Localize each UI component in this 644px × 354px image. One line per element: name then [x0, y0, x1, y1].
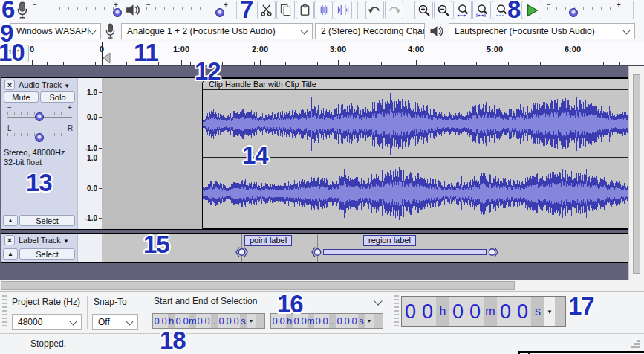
pan-slider[interactable]	[35, 133, 44, 142]
collapse-track-button[interactable]: ▲	[3, 248, 18, 260]
copy-button[interactable]	[276, 1, 295, 19]
cut-button[interactable]	[257, 1, 276, 19]
recording-channels-select[interactable]: 2 (Stereo) Recording Chann	[315, 23, 425, 39]
toolbar-separator	[236, 1, 237, 19]
vertical-scrollbar[interactable]	[628, 66, 644, 280]
clip-handle-bar[interactable]: Clip Handle Bar with Clip Title	[203, 79, 644, 90]
gain-slider[interactable]	[35, 112, 44, 121]
waveform-channel-left[interactable]	[203, 91, 644, 157]
ruler-tick	[508, 62, 509, 65]
point-label-marker-icon[interactable]	[235, 246, 248, 258]
close-track-button[interactable]: ×	[4, 235, 15, 245]
time-digit[interactable]: 0	[419, 297, 436, 326]
label-track-control-panel: × Label Track ▼ ▲ Select	[1, 234, 77, 262]
label-track-title[interactable]: Label Track ▼	[19, 236, 69, 245]
audio-track-title[interactable]: Audio Track ▼	[19, 80, 70, 89]
time-digit[interactable]: 0	[497, 297, 514, 326]
annotation-number: 13	[26, 169, 52, 197]
toolbar-grip[interactable]	[2, 295, 7, 329]
playback-volume-slider[interactable]	[215, 8, 224, 17]
clipboard-icon	[299, 4, 311, 16]
time-digit[interactable]: 0	[336, 314, 343, 328]
fit-selection-button[interactable]	[453, 1, 472, 19]
solo-button[interactable]: Solo	[40, 91, 75, 103]
mute-button[interactable]: Mute	[4, 91, 39, 103]
region-label-text[interactable]: region label	[363, 235, 416, 246]
ruler-time-label: 2:00	[252, 45, 268, 54]
play-at-speed-button[interactable]	[521, 1, 541, 19]
recording-device-select[interactable]: Analogue 1 + 2 (Focusrite Usb Audio)	[121, 23, 313, 39]
horizontal-scrollbar[interactable]	[0, 280, 628, 291]
playhead-marker-icon[interactable]	[103, 52, 111, 64]
timeline-ruler[interactable]: 001:002:003:004:005:006:00	[0, 42, 644, 66]
window-resize-grip[interactable]	[631, 339, 640, 349]
vertical-scale-label: -1.0	[85, 214, 97, 222]
speed-slider-track	[547, 13, 624, 13]
time-digit[interactable]: 0	[204, 314, 211, 328]
zoom-in-button[interactable]	[414, 1, 433, 19]
region-start-marker-icon[interactable]	[311, 246, 324, 258]
recording-volume-slider[interactable]	[113, 8, 122, 17]
undo-button[interactable]	[365, 1, 384, 19]
vertical-scale-ruler[interactable]: 1.00.0-1.01.00.0-1.0	[77, 78, 102, 229]
time-digit[interactable]: 0	[196, 314, 204, 328]
snap-to-label: Snap-To	[94, 297, 127, 307]
time-digit[interactable]: 0	[218, 314, 225, 328]
select-track-button[interactable]: Select	[19, 215, 75, 226]
time-digit[interactable]: 0	[343, 314, 351, 328]
toolbar-grip[interactable]	[394, 295, 399, 329]
audio-host-select[interactable]: Windows WASAPI	[10, 23, 101, 39]
time-field-dropdown-arrow[interactable]: ▼	[544, 297, 555, 326]
horizontal-scrollbar-thumb[interactable]	[1, 281, 515, 290]
ruler-tick	[238, 62, 238, 65]
ruler-tick	[260, 60, 261, 65]
time-digit[interactable]: 0	[225, 314, 232, 328]
time-digit[interactable]: 0	[314, 314, 322, 328]
silence-audio-button[interactable]	[334, 1, 352, 19]
trim-audio-icon	[317, 4, 331, 16]
zoom-toggle-icon	[495, 4, 508, 17]
label-area[interactable]: point label region label	[102, 234, 628, 262]
project-rate-select[interactable]: 48000	[12, 314, 82, 330]
ruler-tick	[190, 62, 191, 65]
region-end-marker-icon[interactable]	[486, 246, 498, 258]
select-track-button[interactable]: Select	[19, 248, 75, 260]
time-digit[interactable]: 0	[322, 314, 329, 328]
collapse-track-button[interactable]: ▲	[3, 215, 18, 226]
play-speed-slider[interactable]	[569, 8, 578, 17]
audio-clip[interactable]: Clip Handle Bar with Clip Title	[202, 78, 644, 229]
time-digit[interactable]: 0	[466, 297, 484, 326]
snap-to-select[interactable]: Off	[92, 314, 138, 330]
status-divider	[513, 336, 513, 352]
close-track-button[interactable]: ×	[4, 80, 15, 90]
time-digit[interactable]: 0	[402, 297, 419, 326]
waveform-area[interactable]: Clip Handle Bar with Clip Title	[102, 78, 628, 229]
ruler-tick	[416, 60, 417, 65]
playback-device-value: Lautsprecher (Focusrite Usb Audio)	[455, 26, 595, 36]
time-digit[interactable]: 0	[514, 297, 531, 326]
microphone-icon	[16, 1, 28, 19]
time-digit[interactable]: 0	[232, 314, 240, 328]
point-label-text[interactable]: point label	[244, 235, 292, 246]
selection-mode-select[interactable]: Start and End of Selection	[154, 296, 386, 306]
device-toolbar: Windows WASAPI Analogue 1 + 2 (Focusrite…	[0, 21, 644, 42]
fit-project-button[interactable]	[472, 1, 491, 19]
trim-audio-button[interactable]	[314, 1, 333, 19]
region-label-bar[interactable]	[323, 249, 487, 255]
paste-button[interactable]	[296, 1, 314, 19]
waveform-channel-right[interactable]	[203, 158, 644, 229]
ruler-tick	[573, 60, 573, 65]
time-field-dropdown-arrow[interactable]: ▼	[247, 314, 256, 328]
pan-right-label: R	[68, 124, 73, 132]
playback-device-select[interactable]: Lautsprecher (Focusrite Usb Audio)	[449, 23, 635, 39]
redo-icon	[387, 4, 401, 16]
status-divider	[134, 336, 134, 352]
time-digit[interactable]: 0	[449, 297, 466, 326]
zoom-out-button[interactable]	[434, 1, 452, 19]
zoom-out-icon	[437, 4, 450, 17]
audio-position-time-display[interactable]: 00h00m00s▼	[401, 296, 566, 327]
time-digit[interactable]: 0	[351, 314, 358, 328]
redo-button[interactable]	[385, 1, 403, 19]
time-field-dropdown-arrow[interactable]: ▼	[365, 314, 374, 328]
vertical-scrollbar-thumb[interactable]	[633, 74, 640, 274]
